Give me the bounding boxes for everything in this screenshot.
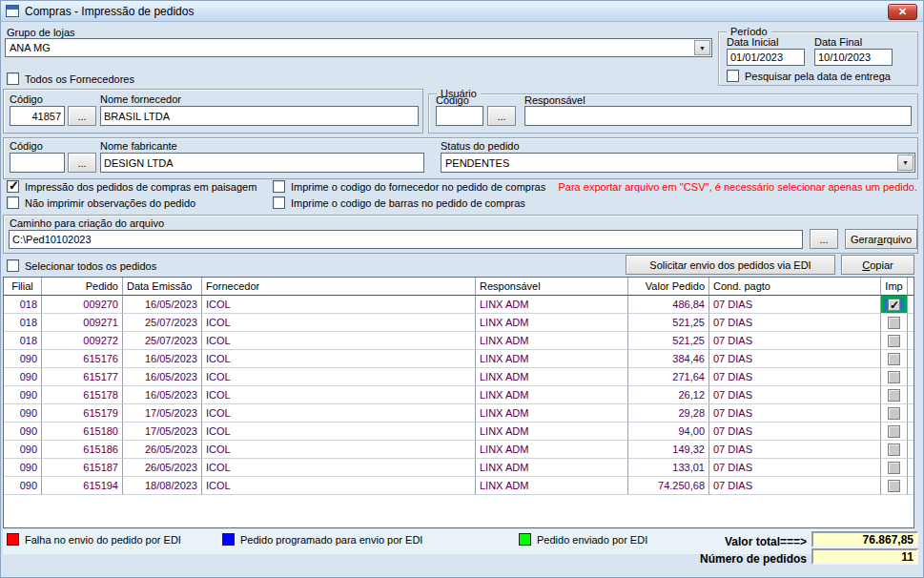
imp-checkbox[interactable] <box>888 353 900 365</box>
status-pedido-value: PENDENTES <box>445 157 509 169</box>
cell-imp[interactable] <box>881 404 908 423</box>
usuario-codigo-input[interactable] <box>436 106 483 126</box>
cell-valor-pedido: 74.250,68 <box>628 477 709 495</box>
copiar-button[interactable]: Copiar <box>841 255 914 275</box>
caminho-panel: Caminho para criação do arquivo C:\Ped10… <box>3 215 918 254</box>
imp-checkbox[interactable] <box>888 407 900 420</box>
print-option-checkbox[interactable]: Impressão dos pedidos de compras em pais… <box>7 180 257 193</box>
grupo-lojas-label: Grupo de lojas <box>7 27 75 38</box>
cell-imp[interactable] <box>881 441 908 459</box>
cell-imp[interactable] <box>881 423 908 441</box>
fornecedor-browse-button[interactable]: ... <box>68 106 96 126</box>
cell-imp[interactable] <box>881 459 908 477</box>
table-row[interactable]: 018 009270 16/05/2023 ICOL LINX ADM 486,… <box>4 296 914 314</box>
responsavel-input[interactable] <box>524 106 912 126</box>
print-option-checkbox[interactable]: Imprime o codigo de barras no pedido de … <box>273 196 525 209</box>
app-window-icon <box>6 5 19 17</box>
fornecedor-codigo-input[interactable]: 41857 <box>10 106 65 126</box>
selecionar-todos-checkbox[interactable]: Selecionar todos os pedidos <box>7 259 156 272</box>
data-inicial-input[interactable]: 01/01/2023 <box>727 49 805 66</box>
cell-responsavel: LINX ADM <box>476 477 628 495</box>
cell-pedido: 615177 <box>42 368 123 386</box>
table-row[interactable]: 090 615180 17/05/2023 ICOL LINX ADM 94,0… <box>4 423 914 441</box>
grupo-lojas-select[interactable]: ANA MG ▼ <box>5 38 712 57</box>
imp-checkbox[interactable] <box>888 335 900 347</box>
usuario-browse-button[interactable]: ... <box>487 106 516 126</box>
imp-checkbox[interactable] <box>888 389 900 402</box>
imp-checkbox[interactable] <box>888 317 900 329</box>
title-bar[interactable]: Compras - Impressão de pedidos ✕ <box>1 1 923 22</box>
cell-imp[interactable] <box>881 368 908 386</box>
checkbox-box[interactable] <box>7 259 19 272</box>
cell-fornecedor: ICOL <box>202 368 476 386</box>
checkbox-box[interactable] <box>273 180 285 193</box>
caminho-input[interactable]: C:\Ped10102023 <box>9 230 803 249</box>
chevron-down-icon[interactable]: ▼ <box>694 40 710 55</box>
table-row[interactable]: 018 009272 25/07/2023 ICOL LINX ADM 521,… <box>4 332 914 350</box>
imp-checkbox[interactable] <box>888 425 900 438</box>
cell-cond-pagto: 07 DIAS <box>709 332 881 350</box>
table-row[interactable]: 090 615194 18/08/2023 ICOL LINX ADM 74.2… <box>4 477 914 495</box>
todos-fornecedores-checkbox[interactable]: Todos os Fornecedores <box>7 72 134 85</box>
cell-imp[interactable] <box>881 296 908 314</box>
fornecedor-nome-input[interactable]: BRASIL LTDA <box>100 106 419 126</box>
cell-responsavel: LINX ADM <box>476 441 628 459</box>
fabricante-nome-input[interactable]: DESIGN LTDA <box>100 153 424 173</box>
table-row[interactable]: 090 615178 16/05/2023 ICOL LINX ADM 26,1… <box>4 386 914 404</box>
window-title: Compras - Impressão de pedidos <box>25 5 194 18</box>
imp-checkbox[interactable] <box>888 462 900 474</box>
app-window: Compras - Impressão de pedidos ✕ Grupo d… <box>0 0 924 578</box>
checkbox-box[interactable] <box>7 72 19 85</box>
status-pedido-select[interactable]: PENDENTES ▼ <box>441 153 915 173</box>
chevron-down-icon[interactable]: ▼ <box>897 155 914 171</box>
table-row[interactable]: 090 615177 16/05/2023 ICOL LINX ADM 271,… <box>4 368 914 386</box>
fornecedor-codigo-label: Código <box>10 93 43 105</box>
cell-filler <box>908 477 914 495</box>
cell-filial: 018 <box>4 332 42 350</box>
cell-valor-pedido: 384,46 <box>628 350 709 368</box>
fabricante-browse-button[interactable]: ... <box>68 153 96 173</box>
checkbox-box[interactable] <box>727 70 739 82</box>
orders-grid-header: Filial Pedido Data Emissão Fornecedor Re… <box>4 278 914 296</box>
gerar-arquivo-button[interactable]: Gerar arquivo <box>845 229 917 249</box>
close-icon[interactable]: ✕ <box>888 4 917 20</box>
table-row[interactable]: 090 615187 26/05/2023 ICOL LINX ADM 133,… <box>4 459 914 477</box>
cell-fornecedor: ICOL <box>202 404 476 423</box>
copiar-label-post: opiar <box>870 259 893 271</box>
fabricante-codigo-input[interactable] <box>10 153 65 173</box>
checkbox-box[interactable] <box>273 196 285 209</box>
solicitar-edi-button[interactable]: Solicitar envio dos pedidos via EDI <box>626 255 835 275</box>
cell-pedido: 615180 <box>42 423 123 441</box>
imp-checkbox[interactable] <box>888 371 900 383</box>
imp-checkbox[interactable] <box>888 480 900 492</box>
print-option-checkbox[interactable]: Imprime o codigo do fornecedor no pedido… <box>273 180 545 193</box>
table-row[interactable]: 090 615176 16/05/2023 ICOL LINX ADM 384,… <box>4 350 914 368</box>
print-option-checkbox[interactable]: Não imprimir observações do pedido <box>7 196 195 209</box>
caminho-browse-button[interactable]: ... <box>810 229 838 249</box>
cell-fornecedor: ICOL <box>202 296 476 314</box>
cell-pedido: 009272 <box>42 332 123 350</box>
imp-checkbox[interactable] <box>888 299 900 311</box>
table-row[interactable]: 090 615186 26/05/2023 ICOL LINX ADM 149,… <box>4 441 914 459</box>
imp-checkbox[interactable] <box>888 444 900 456</box>
cell-imp[interactable] <box>881 314 908 332</box>
cell-imp[interactable] <box>881 350 908 368</box>
cell-imp[interactable] <box>881 386 908 404</box>
cell-responsavel: LINX ADM <box>476 404 628 423</box>
table-row[interactable]: 090 615179 17/05/2023 ICOL LINX ADM 29,2… <box>4 404 914 423</box>
cell-imp[interactable] <box>881 477 908 495</box>
legend-item: Falha no envio do pedido por EDI <box>7 533 181 546</box>
cell-valor-pedido: 29,28 <box>628 404 709 423</box>
cell-filial: 090 <box>4 459 42 477</box>
data-final-input[interactable]: 10/10/2023 <box>814 49 893 66</box>
checkbox-box[interactable] <box>7 196 19 209</box>
table-row[interactable]: 018 009271 25/07/2023 ICOL LINX ADM 521,… <box>4 314 914 332</box>
checkbox-box[interactable] <box>7 180 19 193</box>
cell-pedido: 615186 <box>42 441 123 459</box>
cell-filler <box>908 404 914 423</box>
cell-responsavel: LINX ADM <box>476 296 628 314</box>
pesquisar-data-entrega-checkbox[interactable]: Pesquisar pela data de entrega <box>727 70 891 82</box>
cell-pedido: 615179 <box>42 404 123 423</box>
cell-imp[interactable] <box>881 332 908 350</box>
print-option-label: Imprime o codigo do fornecedor no pedido… <box>291 181 545 193</box>
